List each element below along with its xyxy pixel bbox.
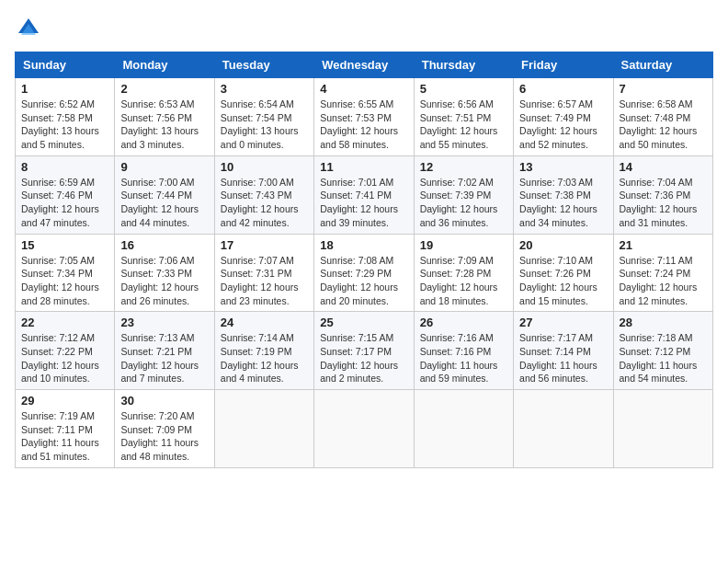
day-number: 29 xyxy=(21,394,108,408)
day-cell: 17Sunrise: 7:07 AMSunset: 7:31 PMDayligh… xyxy=(214,234,313,312)
day-cell: 4Sunrise: 6:55 AMSunset: 7:53 PMDaylight… xyxy=(314,78,414,156)
day-cell: 26Sunrise: 7:16 AMSunset: 7:16 PMDayligh… xyxy=(414,312,513,390)
day-number: 16 xyxy=(120,238,208,252)
day-cell: 10Sunrise: 7:00 AMSunset: 7:43 PMDayligh… xyxy=(214,155,313,234)
header-wednesday: Wednesday xyxy=(314,52,414,78)
day-number: 27 xyxy=(519,316,607,329)
day-info: Sunrise: 7:20 AMSunset: 7:09 PMDaylight:… xyxy=(120,409,208,464)
day-cell xyxy=(414,390,513,468)
header-monday: Monday xyxy=(115,52,214,78)
day-info: Sunrise: 7:02 AMSunset: 7:39 PMDaylight:… xyxy=(420,176,507,230)
day-number: 10 xyxy=(221,160,308,174)
day-info: Sunrise: 7:03 AMSunset: 7:38 PMDaylight:… xyxy=(519,176,607,230)
day-cell: 11Sunrise: 7:01 AMSunset: 7:41 PMDayligh… xyxy=(314,155,414,234)
header-tuesday: Tuesday xyxy=(214,52,313,78)
logo-icon xyxy=(15,15,42,42)
day-cell xyxy=(514,390,613,468)
day-info: Sunrise: 7:05 AMSunset: 7:34 PMDaylight:… xyxy=(21,254,108,308)
week-row-5: 29Sunrise: 7:19 AMSunset: 7:11 PMDayligh… xyxy=(16,390,713,468)
day-info: Sunrise: 7:17 AMSunset: 7:14 PMDaylight:… xyxy=(519,331,607,385)
day-cell: 18Sunrise: 7:08 AMSunset: 7:29 PMDayligh… xyxy=(314,234,414,312)
day-cell: 2Sunrise: 6:53 AMSunset: 7:56 PMDaylight… xyxy=(115,78,214,156)
day-cell: 14Sunrise: 7:04 AMSunset: 7:36 PMDayligh… xyxy=(613,155,712,234)
day-info: Sunrise: 7:15 AMSunset: 7:17 PMDaylight:… xyxy=(320,331,407,385)
day-cell: 19Sunrise: 7:09 AMSunset: 7:28 PMDayligh… xyxy=(414,234,513,312)
logo xyxy=(15,15,46,42)
day-number: 26 xyxy=(420,316,507,329)
day-number: 21 xyxy=(620,238,707,252)
day-number: 17 xyxy=(221,238,308,252)
page-header xyxy=(15,15,713,42)
day-cell: 30Sunrise: 7:20 AMSunset: 7:09 PMDayligh… xyxy=(115,390,214,468)
day-number: 19 xyxy=(420,238,507,252)
day-info: Sunrise: 7:01 AMSunset: 7:41 PMDaylight:… xyxy=(320,176,407,230)
day-number: 30 xyxy=(120,394,208,408)
day-info: Sunrise: 7:07 AMSunset: 7:31 PMDaylight:… xyxy=(221,254,308,308)
day-info: Sunrise: 7:08 AMSunset: 7:29 PMDaylight:… xyxy=(320,254,407,308)
day-number: 18 xyxy=(320,238,407,252)
day-number: 11 xyxy=(320,160,407,174)
day-number: 23 xyxy=(120,316,208,329)
header-sunday: Sunday xyxy=(16,52,115,78)
day-number: 4 xyxy=(320,82,407,96)
header-saturday: Saturday xyxy=(613,52,712,78)
calendar-table: SundayMondayTuesdayWednesdayThursdayFrid… xyxy=(15,52,713,468)
day-info: Sunrise: 7:04 AMSunset: 7:36 PMDaylight:… xyxy=(620,176,707,230)
day-cell: 3Sunrise: 6:54 AMSunset: 7:54 PMDaylight… xyxy=(214,78,313,156)
day-cell: 28Sunrise: 7:18 AMSunset: 7:12 PMDayligh… xyxy=(613,312,712,390)
day-cell: 24Sunrise: 7:14 AMSunset: 7:19 PMDayligh… xyxy=(214,312,313,390)
day-number: 14 xyxy=(620,160,707,174)
day-cell: 8Sunrise: 6:59 AMSunset: 7:46 PMDaylight… xyxy=(16,155,115,234)
day-info: Sunrise: 7:18 AMSunset: 7:12 PMDaylight:… xyxy=(620,331,707,385)
day-number: 15 xyxy=(21,238,108,252)
day-cell: 16Sunrise: 7:06 AMSunset: 7:33 PMDayligh… xyxy=(115,234,214,312)
day-number: 13 xyxy=(519,160,607,174)
day-cell: 15Sunrise: 7:05 AMSunset: 7:34 PMDayligh… xyxy=(16,234,115,312)
day-info: Sunrise: 7:06 AMSunset: 7:33 PMDaylight:… xyxy=(120,254,208,308)
day-info: Sunrise: 7:11 AMSunset: 7:24 PMDaylight:… xyxy=(620,254,707,308)
week-row-1: 1Sunrise: 6:52 AMSunset: 7:58 PMDaylight… xyxy=(16,78,713,156)
day-cell: 12Sunrise: 7:02 AMSunset: 7:39 PMDayligh… xyxy=(414,155,513,234)
day-cell xyxy=(613,390,712,468)
day-number: 1 xyxy=(21,82,108,96)
day-info: Sunrise: 6:59 AMSunset: 7:46 PMDaylight:… xyxy=(21,176,108,230)
day-number: 25 xyxy=(320,316,407,329)
week-row-4: 22Sunrise: 7:12 AMSunset: 7:22 PMDayligh… xyxy=(16,312,713,390)
day-info: Sunrise: 7:00 AMSunset: 7:44 PMDaylight:… xyxy=(120,176,208,230)
day-number: 2 xyxy=(120,82,208,96)
day-cell: 13Sunrise: 7:03 AMSunset: 7:38 PMDayligh… xyxy=(514,155,613,234)
week-row-2: 8Sunrise: 6:59 AMSunset: 7:46 PMDaylight… xyxy=(16,155,713,234)
day-info: Sunrise: 6:55 AMSunset: 7:53 PMDaylight:… xyxy=(320,98,407,152)
day-info: Sunrise: 7:00 AMSunset: 7:43 PMDaylight:… xyxy=(221,176,308,230)
day-info: Sunrise: 7:09 AMSunset: 7:28 PMDaylight:… xyxy=(420,254,507,308)
day-cell: 1Sunrise: 6:52 AMSunset: 7:58 PMDaylight… xyxy=(16,78,115,156)
day-cell: 6Sunrise: 6:57 AMSunset: 7:49 PMDaylight… xyxy=(514,78,613,156)
header-thursday: Thursday xyxy=(414,52,513,78)
day-info: Sunrise: 6:58 AMSunset: 7:48 PMDaylight:… xyxy=(620,98,707,152)
day-cell: 27Sunrise: 7:17 AMSunset: 7:14 PMDayligh… xyxy=(514,312,613,390)
day-info: Sunrise: 7:14 AMSunset: 7:19 PMDaylight:… xyxy=(221,331,308,385)
day-cell: 29Sunrise: 7:19 AMSunset: 7:11 PMDayligh… xyxy=(16,390,115,468)
day-number: 3 xyxy=(221,82,308,96)
day-info: Sunrise: 6:56 AMSunset: 7:51 PMDaylight:… xyxy=(420,98,507,152)
header-friday: Friday xyxy=(514,52,613,78)
day-info: Sunrise: 7:13 AMSunset: 7:21 PMDaylight:… xyxy=(120,331,208,385)
day-number: 6 xyxy=(519,82,607,96)
day-number: 8 xyxy=(21,160,108,174)
day-cell: 5Sunrise: 6:56 AMSunset: 7:51 PMDaylight… xyxy=(414,78,513,156)
day-number: 12 xyxy=(420,160,507,174)
day-info: Sunrise: 7:12 AMSunset: 7:22 PMDaylight:… xyxy=(21,331,108,385)
day-cell: 21Sunrise: 7:11 AMSunset: 7:24 PMDayligh… xyxy=(613,234,712,312)
day-info: Sunrise: 7:19 AMSunset: 7:11 PMDaylight:… xyxy=(21,409,108,464)
day-number: 20 xyxy=(519,238,607,252)
day-number: 9 xyxy=(120,160,208,174)
day-info: Sunrise: 7:10 AMSunset: 7:26 PMDaylight:… xyxy=(519,254,607,308)
day-cell: 22Sunrise: 7:12 AMSunset: 7:22 PMDayligh… xyxy=(16,312,115,390)
day-cell: 23Sunrise: 7:13 AMSunset: 7:21 PMDayligh… xyxy=(115,312,214,390)
day-cell xyxy=(314,390,414,468)
day-number: 7 xyxy=(620,82,707,96)
day-number: 24 xyxy=(221,316,308,329)
day-cell: 20Sunrise: 7:10 AMSunset: 7:26 PMDayligh… xyxy=(514,234,613,312)
header-row: SundayMondayTuesdayWednesdayThursdayFrid… xyxy=(16,52,713,78)
day-info: Sunrise: 6:52 AMSunset: 7:58 PMDaylight:… xyxy=(21,98,108,152)
